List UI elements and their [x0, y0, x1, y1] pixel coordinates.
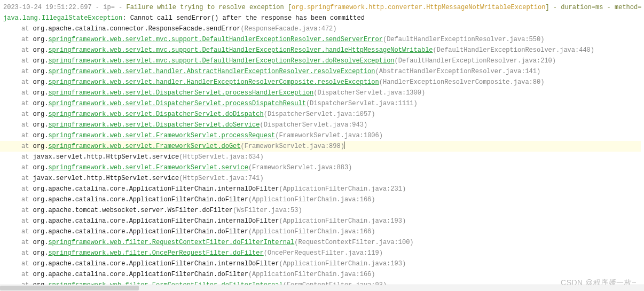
stack-frame: at org.springframework.web.servlet.mvc.s…: [3, 45, 641, 56]
timestamp: 2023-10-24 19:51:22.697: [3, 4, 92, 11]
stack-frame: at org.apache.catalina.core.ApplicationF…: [3, 258, 641, 269]
stack-frame-prefix: org.: [33, 111, 49, 118]
at-label: at: [21, 271, 33, 278]
stack-frame-text: javax.servlet.http.HttpServlet.service: [33, 175, 179, 182]
stack-frame-location: (WsFilter.java:53): [233, 207, 302, 214]
stack-frame-text: org.apache.catalina.core.ApplicationFilt…: [33, 228, 248, 235]
at-label: at: [21, 111, 33, 118]
at-label: at: [21, 175, 33, 182]
text-caret: [344, 141, 344, 149]
stack-frame-location: (DefaultHandlerExceptionResolver.java:44…: [433, 46, 594, 54]
stack-frame: at org.apache.catalina.connector.Respons…: [3, 23, 641, 34]
stack-frame-link[interactable]: springframework.web.servlet.DispatcherSe…: [48, 89, 313, 97]
stack-frame-prefix: org.: [33, 89, 49, 97]
stack-frame-link[interactable]: springframework.web.servlet.FrameworkSer…: [48, 164, 248, 171]
stack-frame: at org.springframework.web.servlet.mvc.s…: [3, 34, 641, 45]
at-label: at: [21, 164, 33, 171]
stack-frame-link[interactable]: springframework.web.filter.RequestContex…: [48, 239, 294, 246]
at-label: at: [21, 89, 33, 97]
at-label: at: [21, 78, 33, 86]
at-label: at: [21, 121, 33, 129]
stack-frame: at org.springframework.web.servlet.Dispa…: [3, 109, 641, 120]
stack-frame-location: (FrameworkServlet.java:883): [248, 164, 352, 171]
stack-frame: at org.springframework.web.servlet.Dispa…: [3, 120, 641, 130]
stack-frame-link[interactable]: springframework.web.servlet.DispatcherSe…: [48, 111, 263, 118]
stack-frame-text: org.apache.catalina.core.ApplicationFilt…: [33, 185, 279, 193]
at-label: at: [21, 57, 33, 65]
stack-frame-location: (HandlerExceptionResolverComposite.java:…: [379, 78, 545, 86]
stack-frame-link[interactable]: springframework.web.servlet.mvc.support.…: [48, 46, 433, 54]
stack-frames: at org.apache.catalina.connector.Respons…: [3, 23, 641, 290]
at-label: at: [21, 143, 33, 150]
stack-frame: at org.springframework.web.servlet.Dispa…: [3, 88, 641, 98]
at-label: at: [21, 185, 33, 193]
stack-frame-prefix: org.: [33, 132, 49, 139]
stack-frame-link[interactable]: springframework.web.servlet.mvc.support.…: [48, 57, 394, 65]
log-header-line: 2023-10-24 19:51:22.697 - ip= - Failure …: [3, 2, 641, 13]
stack-frame-link[interactable]: springframework.web.servlet.DispatcherSe…: [48, 121, 260, 129]
stack-frame-location: (DispatcherServlet.java:1300): [313, 89, 425, 97]
stack-frame-prefix: org.: [33, 36, 49, 43]
at-label: at: [21, 68, 33, 75]
exception-message: : Cannot call sendError() after the resp…: [122, 14, 365, 22]
stack-frame: at org.springframework.web.servlet.Frame…: [3, 162, 641, 173]
stack-frame-prefix: org.: [33, 68, 49, 75]
stack-frame: at javax.servlet.http.HttpServlet.servic…: [3, 152, 641, 162]
header-sep: - ip= -: [92, 4, 127, 11]
stack-frame-text: org.apache.catalina.core.ApplicationFilt…: [33, 196, 248, 203]
stack-frame-location: (HttpServlet.java:741): [179, 175, 263, 182]
stack-frame-location: (DispatcherServlet.java:1111): [306, 100, 418, 107]
horizontal-scrollbar-thumb[interactable]: [0, 286, 139, 290]
stack-frame: at org.springframework.web.filter.OncePe…: [3, 248, 641, 258]
stack-frame-location: (DispatcherServlet.java:943): [260, 121, 368, 129]
stack-frame-link[interactable]: springframework.web.servlet.FrameworkSer…: [48, 143, 240, 150]
header-msg2: ] - duration=ms - method=: [545, 4, 641, 11]
stack-frame-link[interactable]: springframework.web.servlet.DispatcherSe…: [48, 100, 305, 107]
stack-frame-location: (DefaultHandlerExceptionResolver.java:55…: [383, 36, 544, 43]
stack-frame-prefix: org.: [33, 121, 49, 129]
stack-frame-location: (ApplicationFilterChain.java:193): [279, 217, 406, 225]
stack-frame-link[interactable]: springframework.web.servlet.FrameworkSer…: [48, 132, 275, 139]
header-msg1: Failure while trying to resolve exceptio…: [126, 4, 292, 11]
stack-frame-location: (OncePerRequestFilter.java:119): [264, 249, 383, 257]
stack-frame-prefix: org.: [33, 249, 49, 257]
stack-frame-prefix: org.: [33, 57, 49, 65]
stack-frame-location: (ApplicationFilterChain.java:166): [248, 228, 375, 235]
horizontal-scrollbar[interactable]: [0, 285, 644, 291]
exception-class: java.lang.IllegalStateException: [3, 14, 122, 22]
stack-frame: at org.springframework.web.servlet.handl…: [3, 77, 641, 88]
exception-line: java.lang.IllegalStateException: Cannot …: [3, 13, 641, 23]
stack-frame: at javax.servlet.http.HttpServlet.servic…: [3, 173, 641, 184]
at-label: at: [21, 217, 33, 225]
stack-frame-text: javax.servlet.http.HttpServlet.service: [33, 153, 179, 161]
stack-frame: at org.springframework.web.servlet.mvc.s…: [3, 56, 641, 66]
stack-frame-prefix: org.: [33, 164, 49, 171]
stack-frame-text: org.apache.catalina.core.ApplicationFilt…: [33, 260, 279, 268]
stack-frame-location: (ApplicationFilterChain.java:166): [248, 196, 375, 203]
stack-frame-link[interactable]: springframework.web.servlet.handler.Hand…: [48, 78, 379, 86]
stack-frame-location: (DispatcherServlet.java:1057): [264, 111, 375, 118]
stack-frame-location: (ApplicationFilterChain.java:193): [279, 260, 406, 268]
stack-frame-text: org.apache.tomcat.websocket.server.WsFil…: [33, 207, 233, 214]
header-exception-bracket: org.springframework.http.converter.HttpM…: [292, 4, 545, 11]
log-output[interactable]: 2023-10-24 19:51:22.697 - ip= - Failure …: [0, 0, 644, 291]
stack-frame: at org.springframework.web.servlet.Frame…: [0, 141, 641, 152]
stack-frame-link[interactable]: springframework.web.servlet.mvc.support.…: [48, 36, 383, 43]
at-label: at: [21, 25, 33, 33]
stack-frame-prefix: org.: [33, 239, 49, 246]
stack-frame-location: (AbstractHandlerExceptionResolver.java:1…: [375, 68, 541, 75]
stack-frame-prefix: org.: [33, 143, 49, 150]
stack-frame-location: (DefaultHandlerExceptionResolver.java:21…: [395, 57, 556, 65]
stack-frame: at org.apache.tomcat.websocket.server.Ws…: [3, 205, 641, 216]
stack-frame-location: (ResponseFacade.java:472): [240, 25, 336, 33]
stack-frame-location: (HttpServlet.java:634): [179, 153, 263, 161]
stack-frame: at org.apache.catalina.core.ApplicationF…: [3, 194, 641, 205]
stack-frame: at org.springframework.web.servlet.handl…: [3, 66, 641, 77]
stack-frame-link[interactable]: springframework.web.servlet.handler.Abst…: [48, 68, 375, 75]
stack-frame: at org.apache.catalina.core.ApplicationF…: [3, 184, 641, 194]
at-label: at: [21, 239, 33, 246]
stack-frame-prefix: org.: [33, 100, 49, 107]
at-label: at: [21, 100, 33, 107]
stack-frame-link[interactable]: springframework.web.filter.OncePerReques…: [48, 249, 263, 257]
at-label: at: [21, 46, 33, 54]
